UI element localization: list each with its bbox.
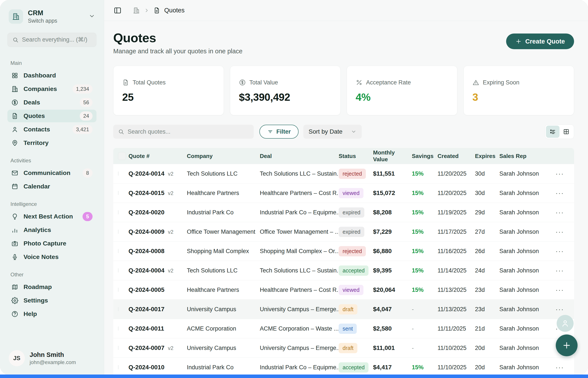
column-header[interactable]: Status	[339, 153, 373, 160]
sidebar-item-calendar[interactable]: Calendar	[7, 180, 97, 193]
sidebar-item-quotes[interactable]: Quotes24	[7, 110, 97, 122]
row-actions-menu[interactable]: ···	[546, 286, 574, 294]
sidebar-item-deals[interactable]: Deals56	[7, 96, 97, 109]
savings-cell: 15%	[412, 209, 437, 216]
plus-icon	[562, 341, 572, 350]
percent-icon	[356, 79, 363, 86]
row-actions-menu[interactable]: ···	[546, 170, 574, 177]
sidebar-item-contacts[interactable]: Contacts3,421	[7, 123, 97, 136]
file-icon	[122, 79, 129, 86]
quotes-table: Quote #CompanyDealStatusMonthly ValueSav…	[113, 148, 574, 375]
quick-add-fab[interactable]	[556, 335, 577, 356]
assistant-fab[interactable]	[557, 315, 574, 332]
row-checkbox[interactable]	[118, 365, 118, 369]
list-view-button[interactable]	[546, 126, 560, 138]
desktop-background-strip	[0, 375, 588, 378]
table-row[interactable]: Q-2024-0010Industrial Park CoIndustrial …	[113, 358, 574, 375]
sort-select[interactable]: Sort by Date	[303, 125, 362, 139]
table-row[interactable]: Q-2024-0008Shopping Mall ComplexShopping…	[113, 242, 574, 261]
sidebar-item-communication[interactable]: Communication8	[7, 167, 97, 179]
deal-cell: Shopping Mall Complex – Or...	[260, 248, 339, 255]
table-row[interactable]: Q-2024-0017University CampusUniversity C…	[113, 300, 574, 319]
quotes-search-input[interactable]	[128, 128, 249, 135]
row-checkbox[interactable]	[118, 191, 118, 195]
table-header: Quote #CompanyDealStatusMonthly ValueSav…	[113, 148, 574, 164]
app-switcher[interactable]: CRM Switch apps	[7, 9, 97, 24]
sidebar-item-companies[interactable]: Companies1,234	[7, 83, 97, 95]
global-search	[7, 33, 97, 47]
table-row[interactable]: Q-2024-0020Industrial Park CoIndustrial …	[113, 203, 574, 222]
sidebar-item-dashboard[interactable]: Dashboard	[7, 69, 97, 82]
expires-cell: 23d	[475, 287, 499, 293]
deal-cell: University Campus – Emerge...	[260, 306, 339, 313]
table-row[interactable]: Q-2024-0007v2University CampusUniversity…	[113, 338, 574, 358]
column-header[interactable]: Deal	[260, 153, 339, 160]
row-checkbox[interactable]	[118, 268, 118, 272]
global-search-input[interactable]	[22, 36, 91, 43]
row-checkbox[interactable]	[118, 307, 118, 311]
stat-card-total-value: Total Value$3,390,492	[230, 66, 341, 115]
deal-cell: Industrial Park Co – Equipme...	[260, 364, 339, 371]
column-header[interactable]: Company	[187, 153, 260, 160]
sidebar-item-settings[interactable]: Settings	[7, 294, 97, 307]
chevron-right-icon	[144, 8, 149, 13]
monthly-value-cell: $9,395	[373, 267, 412, 274]
row-checkbox[interactable]	[118, 346, 118, 350]
grid-view-button[interactable]	[560, 126, 573, 138]
user-menu[interactable]: JS John Smith john@example.com	[7, 348, 97, 366]
sidebar-item-help[interactable]: Help	[7, 308, 97, 320]
column-header[interactable]: Quote #	[128, 153, 187, 160]
stat-cards: Total Quotes25Total Value$3,390,492Accep…	[113, 66, 574, 115]
row-actions-menu[interactable]: ···	[546, 228, 574, 235]
row-checkbox[interactable]	[118, 210, 118, 214]
row-checkbox[interactable]	[118, 326, 118, 331]
sidebar-toggle-icon[interactable]	[114, 7, 122, 14]
table-row[interactable]: Q-2024-0009v2Office Tower ManagementOffi…	[113, 222, 574, 242]
savings-cell: 15%	[412, 267, 437, 274]
table-row[interactable]: Q-2024-0011ACME CorporationACME Corporat…	[113, 319, 574, 338]
section-label: Intelligence	[11, 201, 97, 207]
sales-rep-cell: Sarah Johnson	[499, 325, 546, 332]
column-header[interactable]: Sales Rep	[499, 153, 546, 160]
file-icon	[153, 7, 160, 14]
table-row[interactable]: Q-2024-0015v2Healthcare PartnersHealthca…	[113, 183, 574, 203]
row-checkbox[interactable]	[118, 230, 118, 234]
sidebar-item-next-best-action[interactable]: Next Best Action5	[7, 210, 97, 223]
status-badge: rejected	[339, 169, 366, 179]
file-icon	[153, 7, 160, 14]
row-checkbox[interactable]	[118, 172, 118, 176]
company-cell: ACME Corporation	[187, 325, 260, 332]
sidebar-item-photo-capture[interactable]: Photo Capture	[7, 237, 97, 250]
column-header[interactable]: Created	[437, 153, 475, 160]
column-header[interactable]: Savings	[412, 153, 437, 160]
table-row[interactable]: Q-2024-0014v2Tech Solutions LLCTech Solu…	[113, 164, 574, 183]
select-all-checkbox[interactable]	[118, 152, 126, 160]
row-actions-menu[interactable]: ···	[546, 267, 574, 274]
row-actions-menu[interactable]: ···	[546, 189, 574, 197]
filter-button[interactable]: Filter	[259, 125, 299, 139]
status-badge: rejected	[339, 246, 366, 256]
sidebar-item-analytics[interactable]: Analytics	[7, 224, 97, 236]
row-actions-menu[interactable]: ···	[546, 364, 574, 371]
row-checkbox[interactable]	[118, 249, 118, 253]
building-icon[interactable]	[133, 7, 140, 14]
mail-icon	[11, 170, 18, 176]
deal-cell: Healthcare Partners – Cost R...	[260, 287, 339, 293]
sidebar-item-voice-notes[interactable]: Voice Notes	[7, 251, 97, 263]
status-badge: viewed	[339, 188, 364, 198]
table-row[interactable]: Q-2024-0004v2Tech Solutions LLCTech Solu…	[113, 261, 574, 280]
column-header[interactable]: Monthly Value	[373, 149, 412, 163]
table-row[interactable]: Q-2024-0005Healthcare PartnersHealthcare…	[113, 280, 574, 300]
sidebar-item-territory[interactable]: Territory	[7, 137, 97, 149]
row-actions-menu[interactable]: ···	[546, 247, 574, 255]
column-header[interactable]: Expires	[475, 153, 499, 160]
create-quote-button[interactable]: Create Quote	[506, 34, 574, 49]
row-actions-menu[interactable]: ···	[546, 209, 574, 216]
breadcrumb: Quotes	[133, 7, 185, 14]
row-checkbox[interactable]	[118, 288, 118, 292]
mic-icon	[11, 254, 18, 260]
chevron-down-icon[interactable]	[89, 13, 95, 20]
row-actions-menu[interactable]: ···	[546, 306, 574, 313]
sidebar-item-roadmap[interactable]: Roadmap	[7, 281, 97, 293]
status-badge: draft	[339, 343, 357, 353]
